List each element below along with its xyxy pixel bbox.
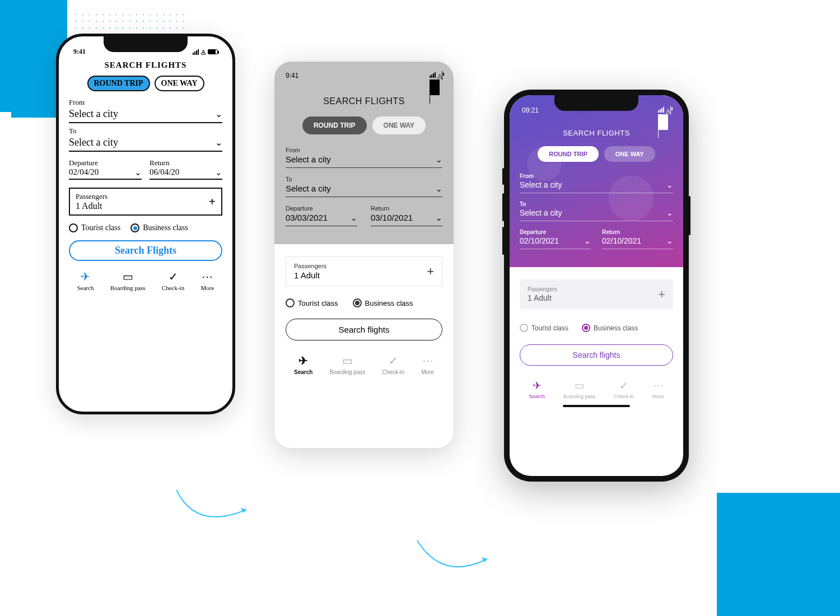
passengers-box[interactable]: Passengers 1 Adult + [69, 188, 222, 216]
passengers-box[interactable]: Passengers 1 Adult + [286, 256, 442, 286]
bottom-nav: ✈Search ▭Boarding pass ✓Check-in ⋯More [520, 379, 673, 399]
flow-arrow-icon [414, 538, 493, 582]
to-label: To [520, 201, 673, 207]
wifi-icon: ◬ [201, 48, 206, 55]
return-select[interactable]: 02/10/2021 ⌄ [602, 235, 673, 249]
departure-select[interactable]: 03/03/2021 ⌄ [286, 212, 357, 226]
to-select[interactable]: Select a city ⌄ [69, 136, 222, 152]
departure-label: Departure [69, 158, 142, 167]
tab-one-way[interactable]: ONE WAY [372, 116, 426, 134]
page-title: SEARCH FLIGHTS [286, 96, 442, 106]
to-select[interactable]: Select a city ⌄ [286, 183, 442, 197]
radio-business[interactable]: Business class [353, 298, 413, 307]
check-icon: ✓ [162, 270, 184, 283]
chevron-down-icon: ⌄ [215, 167, 222, 178]
phone-wireframe: 9:41 ◬ SEARCH FLIGHTS ROUND TRIP ONE WAY… [274, 62, 454, 448]
chevron-down-icon: ⌄ [666, 180, 673, 189]
radio-tourist[interactable]: Tourist class [69, 223, 120, 232]
search-button[interactable]: Search flights [286, 319, 442, 340]
status-time: 9:41 [286, 72, 298, 87]
status-time: 9:41 [73, 48, 86, 56]
radio-business[interactable]: Business class [582, 324, 638, 332]
nav-search[interactable]: ✈Search [77, 270, 94, 291]
phone-side-button [502, 168, 504, 185]
passengers-label: Passengers [528, 286, 557, 292]
return-select[interactable]: 06/04/20 ⌄ [150, 167, 222, 180]
plus-icon[interactable]: + [208, 194, 216, 209]
chevron-down-icon: ⌄ [351, 213, 357, 222]
plus-icon[interactable]: + [658, 287, 665, 302]
nav-search[interactable]: ✈Search [529, 379, 545, 399]
nav-boarding[interactable]: ▭Boarding pass [110, 270, 146, 291]
return-select[interactable]: 03/10/2021 ⌄ [371, 212, 442, 226]
to-value: Select a city [286, 184, 331, 193]
chevron-down-icon: ⌄ [436, 155, 442, 164]
nav-boarding[interactable]: ▭Boarding pass [330, 354, 366, 375]
radio-business-label: Business class [365, 299, 413, 307]
more-icon: ⋯ [421, 354, 434, 367]
phone-notch [554, 95, 638, 111]
departure-label: Departure [520, 229, 591, 235]
plane-icon: ✈ [294, 354, 312, 367]
chevron-down-icon: ⌄ [215, 109, 222, 119]
tab-one-way[interactable]: ONE WAY [155, 76, 204, 91]
tab-one-way[interactable]: ONE WAY [604, 146, 655, 162]
from-select[interactable]: Select a city ⌄ [520, 179, 673, 193]
nav-checkin[interactable]: ✓Check-in [382, 354, 404, 375]
departure-select[interactable]: 02/10/2021 ⌄ [520, 235, 591, 249]
passengers-value: 1 Adult [528, 293, 557, 302]
signal-icon [430, 72, 436, 78]
wifi-icon: ◬ [666, 107, 670, 114]
bottom-nav: ✈Search ▭Boarding pass ✓Check-in ⋯More [286, 354, 442, 375]
chevron-down-icon: ⌄ [436, 213, 442, 222]
search-button[interactable]: Search Flights [69, 240, 222, 261]
chevron-down-icon: ⌄ [436, 184, 442, 193]
nav-checkin[interactable]: ✓Check-in [162, 270, 184, 291]
nav-more[interactable]: ⋯More [421, 354, 434, 375]
home-indicator [563, 405, 630, 407]
nav-boarding[interactable]: ▭Boarding pass [563, 379, 596, 399]
departure-select[interactable]: 02/04/20 ⌄ [69, 167, 142, 180]
nav-checkin[interactable]: ✓Check-in [614, 379, 634, 399]
bg-shape [717, 493, 840, 616]
ticket-icon: ▭ [110, 270, 146, 283]
from-select[interactable]: Select a city ⌄ [69, 107, 222, 123]
nav-search[interactable]: ✈Search [294, 354, 312, 375]
check-icon: ✓ [382, 354, 404, 367]
nav-more[interactable]: ⋯More [652, 379, 664, 399]
plus-icon[interactable]: + [427, 264, 434, 279]
radio-business[interactable]: Business class [130, 223, 188, 232]
search-button[interactable]: Search flights [520, 344, 673, 366]
more-icon: ⋯ [652, 379, 664, 392]
tab-round-trip[interactable]: ROUND TRIP [302, 116, 367, 134]
chevron-down-icon: ⌄ [666, 236, 673, 245]
radio-checked-icon [582, 324, 590, 332]
from-label: From [286, 147, 442, 153]
phone-hifi: 09:21 ◬ SEARCH FLIGHTS ROUND TRIP ONE WA… [504, 90, 689, 482]
radio-tourist[interactable]: Tourist class [286, 298, 338, 307]
passengers-box[interactable]: Passengers 1 Adult + [520, 279, 673, 309]
to-value: Select a city [69, 137, 118, 148]
radio-tourist[interactable]: Tourist class [520, 324, 568, 332]
return-label: Return [150, 158, 222, 167]
status-bar: 9:41 ◬ [286, 69, 442, 93]
tab-round-trip[interactable]: ROUND TRIP [538, 146, 598, 162]
radio-checked-icon [130, 223, 139, 232]
phone-sketch: 9:41 ◬ SEARCH FLIGHTS ROUND TRIP ONE WAY… [56, 34, 235, 414]
return-value: 02/10/2021 [602, 236, 641, 245]
radio-business-label: Business class [143, 223, 188, 232]
return-value: 06/04/20 [150, 167, 179, 178]
nav-more[interactable]: ⋯More [201, 270, 214, 291]
tab-round-trip[interactable]: ROUND TRIP [87, 76, 150, 91]
from-select[interactable]: Select a city ⌄ [286, 153, 442, 168]
phone-side-button [502, 227, 504, 255]
passengers-label: Passengers [294, 263, 326, 269]
passengers-value: 1 Adult [294, 270, 326, 280]
plane-icon: ✈ [77, 270, 94, 283]
radio-tourist-label: Tourist class [531, 324, 568, 332]
battery-icon [208, 49, 218, 54]
to-select[interactable]: Select a city ⌄ [520, 207, 673, 221]
check-icon: ✓ [614, 379, 634, 392]
signal-icon [658, 107, 664, 113]
chevron-down-icon: ⌄ [215, 137, 222, 148]
